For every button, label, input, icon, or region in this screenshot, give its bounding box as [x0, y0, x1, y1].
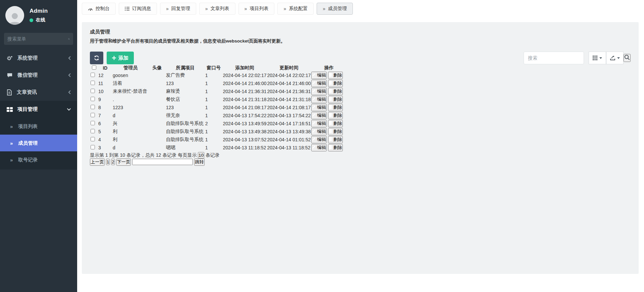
updated-time-cell: 2024-04-14 01:01:52	[267, 136, 311, 143]
delete-button[interactable]: 删除	[328, 144, 343, 151]
comment-icon	[7, 73, 13, 78]
avatar-cell	[149, 104, 165, 111]
tab-reply-management[interactable]: » 回复管理	[160, 3, 196, 15]
chevron-left-icon	[68, 90, 71, 94]
sidebar-item-projects[interactable]: 项目管理	[0, 101, 77, 118]
select-all-checkbox[interactable]	[92, 65, 96, 70]
add-button[interactable]: 添加	[107, 52, 134, 64]
tab-member-management[interactable]: » 成员管理	[317, 3, 353, 15]
jump-button[interactable]: 跳转	[194, 158, 205, 166]
search-submit-button[interactable]	[624, 54, 631, 62]
edit-button-label: 编辑	[317, 89, 326, 94]
page-button-2[interactable]: 2	[111, 159, 115, 165]
id-cell: 4	[98, 136, 112, 143]
avatar	[5, 6, 24, 25]
tab-subscribe-messages[interactable]: 订阅消息	[119, 3, 157, 15]
column-header-added: 添加时间	[223, 65, 266, 71]
row-checkbox[interactable]	[91, 113, 95, 117]
row-checkbox[interactable]	[91, 81, 95, 85]
row-checkbox[interactable]	[91, 129, 95, 133]
delete-button[interactable]: 删除	[328, 112, 343, 119]
tab-label: 文章列表	[211, 6, 229, 12]
tab-label: 成员管理	[328, 6, 347, 12]
tab-label: 订阅消息	[132, 6, 151, 12]
delete-button-label: 删除	[333, 89, 342, 94]
actions-cell: 编辑 删除	[311, 120, 346, 127]
edit-button[interactable]: 编辑	[311, 112, 326, 119]
delete-button[interactable]: 删除	[328, 128, 343, 135]
edit-button-label: 编辑	[317, 129, 326, 134]
edit-button-label: 编辑	[317, 137, 326, 142]
sidebar-subitem-project-list[interactable]: » 项目列表	[0, 118, 77, 135]
row-checkbox[interactable]	[91, 121, 95, 125]
actions-cell: 编辑 删除	[311, 80, 346, 87]
edit-button[interactable]: 编辑	[311, 128, 326, 135]
sidebar-subitem-number-records[interactable]: » 取号记录	[0, 151, 77, 168]
tab-dashboard[interactable]: 控制台	[82, 3, 116, 15]
pencil-icon	[312, 81, 316, 85]
edit-button[interactable]: 编辑	[311, 144, 326, 151]
row-checkbox[interactable]	[91, 73, 95, 77]
table-search-input[interactable]	[524, 52, 584, 64]
updated-time-cell: 2024-04-14 22:02:17	[267, 72, 311, 79]
sidebar-item-wechat[interactable]: 微信管理	[0, 67, 77, 84]
row-select-cell	[91, 144, 98, 151]
pencil-icon	[312, 137, 316, 141]
delete-button[interactable]: 删除	[328, 136, 343, 143]
page-button-1[interactable]: 1	[106, 159, 110, 165]
updated-time-cell: 2024-04-13 13:49:38	[267, 128, 311, 135]
columns-button[interactable]	[589, 52, 606, 64]
delete-button[interactable]: 删除	[328, 120, 343, 127]
export-button[interactable]	[606, 52, 624, 64]
id-cell: 11	[98, 80, 112, 87]
chevron-left-icon	[68, 56, 71, 60]
edit-button[interactable]: 编辑	[311, 72, 326, 79]
edit-button[interactable]: 编辑	[311, 136, 326, 143]
edit-button[interactable]: 编辑	[311, 88, 326, 95]
edit-button-label: 编辑	[317, 113, 326, 118]
delete-button[interactable]: 删除	[328, 88, 343, 95]
edit-button[interactable]: 编辑	[311, 104, 326, 111]
sidebar-subitem-label: 成员管理	[18, 140, 38, 146]
tab-project-list[interactable]: » 项目列表	[238, 3, 275, 15]
prev-page-button[interactable]: 上一页	[90, 158, 105, 166]
avatar-cell	[149, 144, 165, 151]
table-row: 12 goosen 发广告费 1 2024-04-14 22:02:17 202…	[91, 72, 346, 79]
row-checkbox[interactable]	[91, 105, 95, 109]
delete-button[interactable]: 删除	[328, 72, 343, 79]
sidebar-item-system[interactable]: 系统管理	[0, 50, 77, 67]
delete-button[interactable]: 删除	[328, 104, 343, 111]
row-select-cell	[91, 88, 98, 95]
panel: 成员管理 用于管理和维护全平台所有项目的成员管理及相关数据，信息变动后webso…	[82, 22, 639, 274]
tab-article-list[interactable]: » 文章列表	[199, 3, 235, 15]
edit-button[interactable]: 编辑	[311, 120, 326, 127]
row-checkbox[interactable]	[91, 97, 95, 101]
search-icon[interactable]	[68, 36, 70, 42]
delete-button[interactable]: 删除	[328, 80, 343, 87]
row-checkbox[interactable]	[91, 137, 95, 141]
refresh-button[interactable]	[90, 52, 103, 64]
edit-button[interactable]: 编辑	[311, 96, 326, 103]
sidebar-item-articles[interactable]: 文章资讯	[0, 84, 77, 101]
tab-system-config[interactable]: » 系统配置	[277, 3, 314, 15]
delete-button-label: 删除	[333, 137, 342, 142]
angle-double-right-icon: »	[205, 6, 208, 11]
edit-button[interactable]: 编辑	[311, 80, 326, 87]
row-checkbox[interactable]	[91, 145, 95, 149]
row-checkbox[interactable]	[91, 89, 95, 93]
toolbar-left: 添加	[90, 52, 134, 64]
trash-icon	[329, 73, 332, 77]
page-size-select[interactable]: 10	[198, 152, 204, 158]
delete-button-label: 删除	[333, 145, 342, 150]
window-cell: 2	[205, 120, 222, 127]
next-page-button[interactable]: 下一页	[116, 158, 131, 166]
column-header-id: ID	[98, 65, 112, 71]
edit-button-label: 编辑	[317, 73, 326, 78]
jump-page-input[interactable]	[132, 159, 193, 165]
column-header-actions: 操作	[311, 65, 346, 71]
project-cell: 很无奈	[166, 112, 205, 119]
delete-button[interactable]: 删除	[328, 96, 343, 103]
sidebar-subitem-members[interactable]: » 成员管理	[0, 135, 77, 151]
sidebar-search-input[interactable]	[7, 36, 68, 42]
table-row: 3 d 嗯嗯 1 2024-04-13 11:18:52 2024-04-13 …	[91, 144, 346, 151]
